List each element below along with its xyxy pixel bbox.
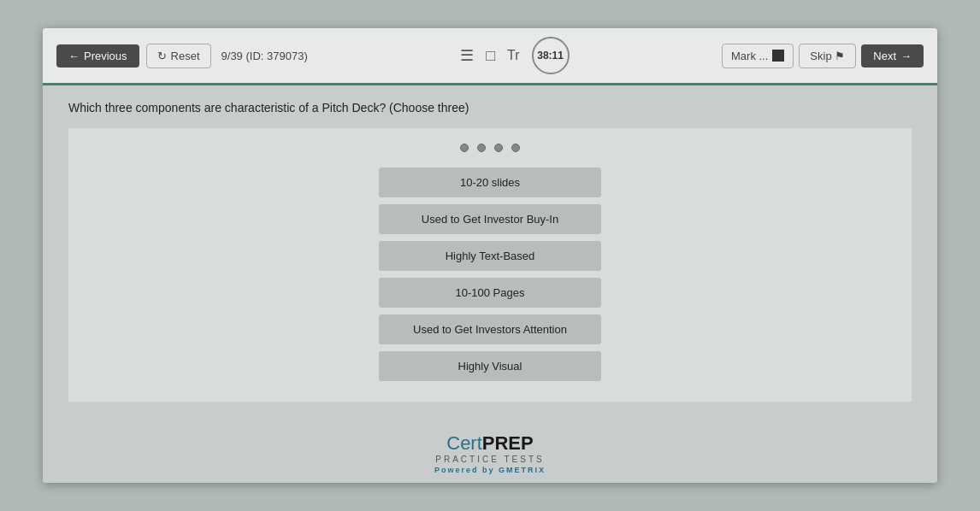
option-4[interactable]: 10-100 Pages bbox=[379, 278, 601, 308]
dots-row bbox=[460, 144, 520, 152]
dot-4 bbox=[511, 144, 520, 152]
arrow-right-icon: → bbox=[900, 50, 912, 62]
options-list: 10-20 slides Used to Get Investor Buy-In… bbox=[379, 167, 601, 381]
arrow-left-icon: ← bbox=[68, 50, 80, 62]
answer-area: 10-20 slides Used to Get Investor Buy-In… bbox=[68, 128, 912, 402]
reset-button[interactable]: ↻ Reset bbox=[146, 44, 211, 68]
toolbar-center: ☰ □ Tr 38:11 bbox=[315, 37, 715, 74]
cert-logo-title: CertPREP bbox=[446, 432, 533, 455]
dot-3 bbox=[494, 144, 503, 152]
timer: 38:11 bbox=[532, 37, 570, 74]
main-container: ← Previous ↻ Reset 9/39 (ID: 379073) ☰ □… bbox=[43, 28, 937, 483]
cert-logo-powered: Powered by GMETRIX bbox=[434, 466, 546, 474]
content-area: Which three components are characteristi… bbox=[43, 85, 937, 419]
list-icon[interactable]: ☰ bbox=[460, 46, 474, 65]
certprep-logo: CertPREP PRACTICE TESTS Powered by GMETR… bbox=[434, 432, 546, 474]
mark-button[interactable]: Mark ... bbox=[722, 44, 794, 68]
mark-square-icon bbox=[772, 50, 784, 62]
refresh-icon: ↻ bbox=[157, 50, 167, 62]
cert-logo-subtitle: PRACTICE TESTS bbox=[435, 455, 544, 464]
option-3[interactable]: Highly Text-Based bbox=[379, 241, 601, 271]
option-1[interactable]: 10-20 slides bbox=[379, 167, 601, 197]
question-id: 9/39 (ID: 379073) bbox=[221, 50, 308, 62]
bookmark-icon[interactable]: □ bbox=[486, 47, 495, 65]
font-icon[interactable]: Tr bbox=[507, 48, 520, 63]
footer: CertPREP PRACTICE TESTS Powered by GMETR… bbox=[43, 419, 937, 483]
option-2[interactable]: Used to Get Investor Buy-In bbox=[379, 204, 601, 234]
skip-button[interactable]: Skip ⚑ bbox=[799, 44, 856, 68]
flag-icon: ⚑ bbox=[835, 50, 845, 62]
prev-button[interactable]: ← Previous bbox=[56, 44, 139, 68]
option-6[interactable]: Highly Visual bbox=[379, 351, 601, 381]
question-text: Which three components are characteristi… bbox=[68, 101, 912, 115]
toolbar-right: Mark ... Skip ⚑ Next → bbox=[722, 44, 924, 68]
next-button[interactable]: Next → bbox=[861, 44, 924, 68]
dot-2 bbox=[477, 144, 486, 152]
dot-1 bbox=[460, 144, 469, 152]
toolbar: ← Previous ↻ Reset 9/39 (ID: 379073) ☰ □… bbox=[43, 28, 937, 85]
option-5[interactable]: Used to Get Investors Attention bbox=[379, 314, 601, 344]
